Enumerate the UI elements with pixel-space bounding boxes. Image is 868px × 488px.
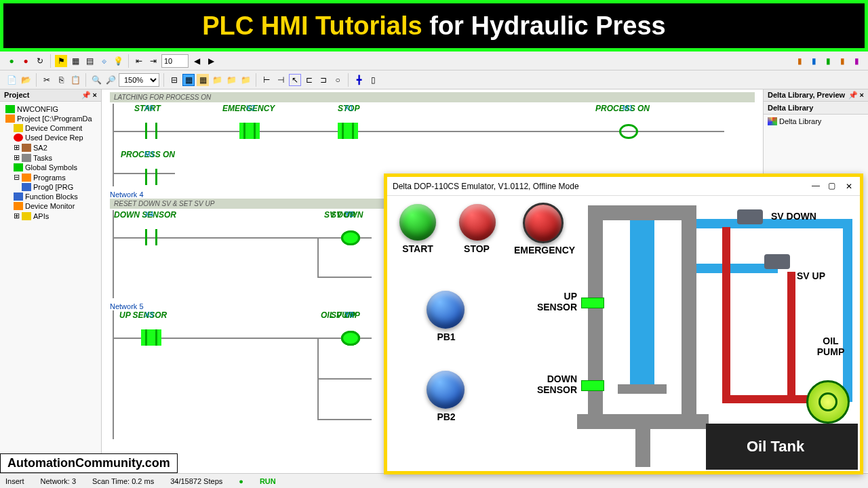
sv-down-label: SV DOWN — [771, 211, 832, 222]
contact-x1[interactable] — [338, 123, 358, 139]
plus-icon[interactable]: ╋ — [353, 74, 365, 86]
tree-item[interactable]: Device Monitor — [3, 201, 98, 211]
press-platen — [618, 384, 667, 394]
press-top — [588, 205, 696, 220]
c2-icon[interactable]: ⊐ — [317, 74, 330, 86]
paste-icon[interactable]: 📋 — [69, 74, 81, 86]
pipe-red — [722, 227, 730, 402]
tree-item[interactable]: Prog0 [PRG — [3, 182, 98, 192]
hmi-titlebar[interactable]: Delta DOP-110CS Emulator, V1.0112, Offli… — [387, 177, 860, 196]
globe-icon[interactable]: ● — [5, 55, 18, 67]
stop-icon[interactable]: ● — [20, 55, 32, 67]
rung-3[interactable]: START X0 EMERGENCY X2 STOP X1 PROCESS ON… — [113, 104, 755, 150]
close-icon[interactable]: ✕ — [844, 181, 854, 192]
fold1-icon[interactable]: 📁 — [211, 74, 223, 86]
win4-icon[interactable]: ▮ — [836, 55, 848, 67]
l2-icon[interactable]: ⊣ — [275, 74, 287, 86]
tree-item[interactable]: Global Symbols — [3, 163, 98, 172]
project-tree[interactable]: NWCONFIG Project [C:\ProgramDa Device Co… — [0, 102, 101, 224]
press-right — [682, 205, 696, 415]
library-root[interactable]: Delta Library — [764, 115, 868, 128]
pb1-label: PB1 — [429, 331, 463, 342]
tree-item[interactable]: ⊞ SA2 — [3, 142, 98, 152]
tree-item[interactable]: ⊟ Programs — [3, 172, 98, 182]
network3-comment: LATCHING FOR PROCESS ON — [110, 92, 755, 102]
separator — [163, 73, 164, 87]
grid2-icon[interactable]: ▤ — [83, 55, 96, 67]
banner-part1: PLC HMI Tutorials — [202, 12, 422, 40]
pb2-button[interactable] — [427, 371, 465, 409]
nav3-icon[interactable]: ◀ — [191, 55, 203, 67]
up-sensor-indicator — [581, 298, 604, 308]
library-sub: Delta Library — [764, 102, 868, 115]
stop-button[interactable] — [459, 204, 496, 241]
contact-x2[interactable] — [239, 123, 260, 139]
status-scan: Scan Time: 0.2 ms — [92, 477, 154, 485]
contact-x3[interactable] — [141, 329, 161, 346]
project-panel-title: Project — [4, 91, 29, 100]
pointer-icon[interactable]: ↖ — [289, 74, 301, 86]
globals-icon — [14, 163, 23, 171]
zoom-out-icon[interactable]: 🔎 — [104, 74, 117, 86]
project-panel: Project 📌 × NWCONFIG Project [C:\Program… — [0, 89, 102, 472]
copy-icon[interactable]: ⎘ — [55, 74, 67, 86]
tree-item[interactable]: Used Device Rep — [3, 133, 98, 142]
open-icon[interactable]: 📂 — [20, 74, 32, 86]
emergency-button[interactable] — [523, 203, 564, 243]
spin-input[interactable] — [161, 54, 189, 68]
nav2-icon[interactable]: ⇥ — [147, 55, 159, 67]
c1-icon[interactable]: ⊏ — [303, 74, 315, 86]
fold2-icon[interactable]: 📁 — [225, 74, 237, 86]
pb1-button[interactable] — [427, 291, 465, 329]
oil-pump[interactable] — [806, 380, 850, 424]
sel1-icon[interactable]: ▦ — [182, 74, 195, 86]
tree-item[interactable]: NWCONFIG — [3, 104, 98, 114]
zoom-select[interactable]: 150% — [119, 73, 159, 87]
sv-down-valve[interactable] — [737, 209, 763, 224]
coil-extra[interactable] — [341, 331, 360, 346]
start-button[interactable] — [399, 204, 436, 241]
tree-item[interactable]: ⊞ Tasks — [3, 152, 98, 163]
fold3-icon[interactable]: 📁 — [239, 74, 252, 86]
c3-icon[interactable]: ○ — [332, 74, 344, 86]
tree-item[interactable]: ⊞ APIs — [3, 211, 98, 221]
l1-icon[interactable]: ⊢ — [260, 74, 273, 86]
project-panel-pin[interactable]: 📌 × — [81, 91, 97, 100]
coil-y2[interactable] — [341, 230, 360, 245]
sv-up-valve[interactable] — [764, 254, 790, 269]
rung-icon[interactable]: ⊟ — [168, 74, 180, 86]
coil-m1[interactable] — [619, 124, 638, 139]
bulb-icon[interactable]: 💡 — [112, 55, 124, 67]
refresh-icon[interactable]: ↻ — [34, 55, 46, 67]
library-icon — [768, 117, 777, 125]
tool-icon[interactable]: ⚑ — [55, 55, 67, 67]
sel2-icon[interactable]: ▦ — [197, 74, 209, 86]
nav-icon[interactable]: ⇤ — [133, 55, 145, 67]
down-sensor-indicator — [581, 380, 604, 391]
contact-m1[interactable] — [141, 169, 161, 185]
tree-item[interactable]: Device Comment — [3, 123, 98, 133]
new-icon[interactable]: 📄 — [5, 74, 18, 86]
bar-icon[interactable]: ▯ — [367, 74, 379, 86]
zoom-in-icon[interactable]: 🔍 — [90, 74, 102, 86]
pipe — [843, 219, 852, 402]
minimize-icon[interactable]: — — [812, 181, 820, 192]
contact-x0[interactable] — [141, 123, 161, 139]
pipe-red — [787, 272, 795, 402]
connect-icon[interactable]: ⟐ — [98, 55, 110, 67]
title-banner: PLC HMI Tutorials for Hydraulic Press — [0, 0, 868, 52]
maximize-icon[interactable]: ▢ — [828, 181, 835, 192]
win5-icon[interactable]: ▮ — [850, 55, 863, 67]
tasks-icon — [22, 154, 31, 162]
cut-icon[interactable]: ✂ — [41, 74, 53, 86]
nav4-icon[interactable]: ▶ — [205, 55, 217, 67]
contact-x4[interactable] — [141, 229, 161, 245]
separator — [85, 73, 86, 87]
grid-icon[interactable]: ▦ — [69, 55, 81, 67]
win3-icon[interactable]: ▮ — [822, 55, 834, 67]
tree-item[interactable]: Function Blocks — [3, 192, 98, 201]
tree-item[interactable]: Project [C:\ProgramDa — [3, 114, 98, 123]
win1-icon[interactable]: ▮ — [793, 55, 806, 67]
win2-icon[interactable]: ▮ — [808, 55, 820, 67]
pump-inner-icon — [818, 392, 837, 411]
